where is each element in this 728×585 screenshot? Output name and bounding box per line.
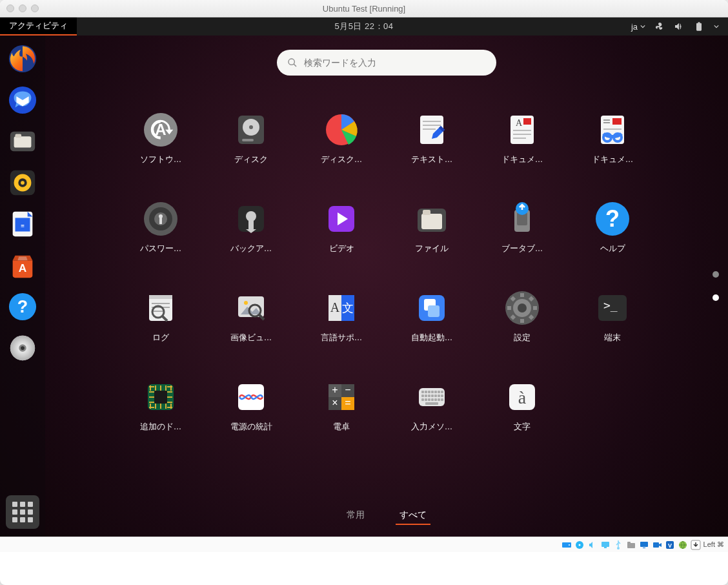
app-passwords[interactable]: パスワー… xyxy=(116,201,206,277)
app-label: ドキュメ… xyxy=(592,154,634,165)
input-source-indicator[interactable]: ja xyxy=(631,22,645,32)
page-dot[interactable] xyxy=(713,294,719,301)
battery-icon[interactable] xyxy=(693,21,705,32)
app-disk-usage[interactable]: ディスク… xyxy=(296,112,387,188)
svg-rect-144 xyxy=(441,398,443,401)
svg-rect-41 xyxy=(603,128,622,130)
app-grid: Aソフトウ…ディスクディスク…テキスト…Aドキュメ…ドキュメ…パスワー…バックア… xyxy=(45,112,728,455)
search-box[interactable] xyxy=(277,50,496,76)
dock-writer[interactable]: ≡ xyxy=(6,207,39,241)
files-icon xyxy=(414,201,450,237)
page-dot[interactable] xyxy=(713,271,719,278)
app-additional-drivers[interactable]: 追加のド… xyxy=(116,379,206,455)
dock-rhythmbox[interactable] xyxy=(6,166,39,200)
usb-icon[interactable] xyxy=(613,540,623,550)
app-label: 端末 xyxy=(604,333,621,344)
clock[interactable]: 5月5日 22：04 xyxy=(335,21,394,32)
search-input[interactable] xyxy=(304,57,486,68)
app-characters[interactable]: à文字 xyxy=(477,379,567,455)
volume-icon[interactable] xyxy=(674,21,684,32)
app-logs[interactable]: ログ xyxy=(116,290,206,366)
app-files[interactable]: ファイル xyxy=(387,201,477,277)
app-document-scanner[interactable]: ドキュメ… xyxy=(567,112,658,188)
svg-rect-87 xyxy=(520,293,524,297)
applications-overview: Aソフトウ…ディスクディスク…テキスト…Aドキュメ…ドキュメ…パスワー…バックア… xyxy=(45,36,728,537)
document-viewer-icon: A xyxy=(504,112,540,148)
svg-rect-129 xyxy=(438,391,440,393)
app-language-support[interactable]: A文言語サポ… xyxy=(296,290,387,366)
svg-point-50 xyxy=(246,211,256,221)
svg-rect-62 xyxy=(149,295,172,299)
network-icon[interactable] xyxy=(600,540,611,550)
svg-text:?: ? xyxy=(17,297,28,316)
app-startup-apps[interactable]: 自動起動… xyxy=(387,290,477,366)
app-filter-tabs: 常用 すべて xyxy=(343,507,430,525)
dock-disc[interactable] xyxy=(6,331,39,365)
svg-point-149 xyxy=(569,544,570,546)
svg-rect-85 xyxy=(507,306,511,310)
app-label: 画像ビュ… xyxy=(230,333,272,344)
network-icon[interactable] xyxy=(654,21,665,32)
gnome-top-panel: アクティビティ 5月5日 22：04 ja xyxy=(0,17,728,36)
app-power-statistics[interactable]: 電源の統計 xyxy=(206,379,296,455)
audio-icon[interactable] xyxy=(587,540,598,550)
svg-rect-131 xyxy=(421,395,424,397)
optical-icon[interactable] xyxy=(574,540,585,550)
dock-firefox[interactable] xyxy=(6,42,39,76)
svg-text:A: A xyxy=(19,262,26,274)
dock-files[interactable] xyxy=(6,125,39,158)
shared-folders-icon[interactable] xyxy=(626,540,636,550)
svg-text:à: à xyxy=(518,387,527,407)
svg-rect-63 xyxy=(152,303,170,304)
workspace-pager[interactable] xyxy=(713,271,719,301)
ime-label: ja xyxy=(631,22,638,32)
svg-text:A: A xyxy=(330,300,340,314)
app-backups[interactable]: バックア… xyxy=(206,201,296,277)
svg-rect-143 xyxy=(438,398,440,401)
svg-rect-81 xyxy=(533,306,537,310)
tab-all[interactable]: すべて xyxy=(396,507,430,525)
system-tray[interactable]: ja xyxy=(631,21,728,32)
app-software-updater[interactable]: Aソフトウ… xyxy=(116,112,206,188)
dock-software[interactable]: A xyxy=(6,249,39,282)
show-applications-button[interactable] xyxy=(6,495,39,529)
backups-icon xyxy=(233,201,269,237)
app-text-editor[interactable]: テキスト… xyxy=(387,112,477,188)
svg-rect-157 xyxy=(640,542,648,547)
app-label: 電卓 xyxy=(333,422,350,433)
svg-rect-153 xyxy=(604,547,607,548)
hdd-icon[interactable] xyxy=(561,540,572,550)
app-videos[interactable]: ビデオ xyxy=(296,201,387,277)
window-title: Ubuntu Test [Running] xyxy=(0,4,728,14)
svg-rect-134 xyxy=(431,395,434,397)
svg-rect-138 xyxy=(421,398,424,401)
svg-rect-141 xyxy=(431,398,434,401)
activities-button[interactable]: アクティビティ xyxy=(0,17,77,36)
app-startup-disk[interactable]: ブータブ… xyxy=(477,201,567,277)
app-image-viewer[interactable]: 画像ビュ… xyxy=(206,290,296,366)
svg-text:>_: >_ xyxy=(603,298,618,312)
app-input-method[interactable]: 入力メソ… xyxy=(387,379,477,455)
app-disks[interactable]: ディスク xyxy=(206,112,296,188)
search-icon xyxy=(287,57,298,68)
dock-help[interactable]: ? xyxy=(6,290,39,323)
app-settings[interactable]: 設定 xyxy=(477,290,567,366)
app-calculator[interactable]: +−×=電卓 xyxy=(296,379,387,455)
vbox-icon[interactable]: V xyxy=(665,540,675,550)
app-document-viewer[interactable]: Aドキュメ… xyxy=(477,112,567,188)
globe-icon[interactable] xyxy=(678,540,688,550)
display-icon[interactable] xyxy=(639,540,649,550)
language-support-icon: A文 xyxy=(323,290,359,326)
tab-frequent[interactable]: 常用 xyxy=(343,507,369,525)
recording-icon[interactable] xyxy=(652,540,662,550)
app-terminal[interactable]: >_端末 xyxy=(567,290,658,366)
app-help[interactable]: ?ヘルプ xyxy=(567,201,658,277)
chevron-down-icon xyxy=(640,24,645,29)
svg-rect-28 xyxy=(423,121,441,122)
dock-thunderbird[interactable] xyxy=(6,83,39,117)
software-updater-icon: A xyxy=(143,112,179,148)
hostkey-icon[interactable] xyxy=(691,540,701,550)
svg-rect-51 xyxy=(248,220,254,229)
svg-rect-92 xyxy=(154,391,167,404)
svg-rect-35 xyxy=(513,134,531,135)
